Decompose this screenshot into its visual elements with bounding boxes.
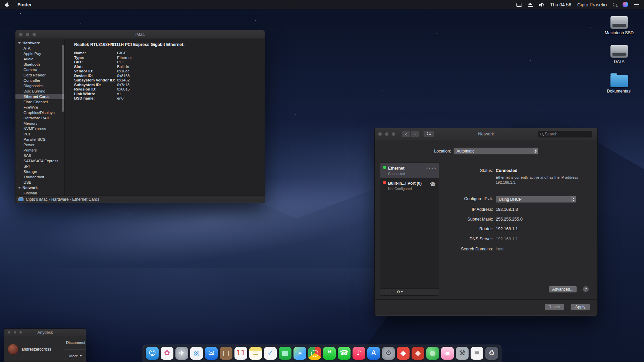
dock-app-icon[interactable]: 11 (234, 347, 247, 360)
back-button[interactable]: ‹ (401, 130, 411, 137)
eject-icon[interactable] (528, 3, 533, 7)
dock-item-finder[interactable]: ☺ (146, 347, 159, 360)
dock-app-icon[interactable]: ≡ (249, 347, 262, 360)
disclosure-triangle-icon[interactable] (18, 42, 21, 44)
sidebar-item-controller[interactable]: Controller (15, 78, 64, 83)
dock-app-icon[interactable]: ✉ (205, 347, 218, 360)
close-button[interactable] (19, 33, 23, 37)
dock-item-contacts[interactable]: ▤ (219, 347, 233, 360)
disconnect-button[interactable]: Disconnect (65, 336, 86, 350)
desktop-icon-macintosh-ssd[interactable]: Macintosh SSD (599, 16, 639, 35)
sidebar-item-hardware-raid[interactable]: Hardware RAID (15, 115, 64, 121)
minimize-button[interactable] (385, 132, 389, 136)
zoom-button[interactable] (32, 33, 36, 37)
sidebar-item-apple-pay[interactable]: Apple Pay (15, 51, 64, 56)
sidebar-item-printers[interactable]: Printers (15, 147, 64, 153)
display-status-icon[interactable] (516, 3, 522, 7)
close-button[interactable] (8, 331, 11, 334)
configure-ipv4-dropdown[interactable]: Using DHCP (496, 196, 576, 203)
sidebar-item-ata[interactable]: ATA (15, 46, 64, 51)
sidebar-section-network[interactable]: Network (15, 185, 64, 190)
dock-app-icon[interactable]: ▣ (441, 347, 454, 360)
advanced-button[interactable]: Advanced... (549, 286, 577, 293)
help-button[interactable]: ? (583, 286, 589, 292)
sidebar-section-hardware[interactable]: Hardware (15, 40, 64, 46)
dock-item-facetime[interactable]: ☎ (337, 347, 351, 360)
dock-item-textedit[interactable]: ≣ (470, 347, 484, 360)
dock-app-icon[interactable]: ♪ (353, 347, 365, 360)
dock-app-icon[interactable]: ▦ (279, 347, 291, 360)
sidebar-item-sata[interactable]: SATA/SATA Express (15, 158, 64, 164)
sidebar-item-spi[interactable]: SPI (15, 164, 64, 169)
dock-app-icon[interactable]: ◆ (397, 347, 410, 360)
spotlight-search-icon[interactable] (613, 3, 616, 6)
dock-app-icon[interactable]: ✓ (264, 347, 277, 360)
sidebar-item-bluetooth[interactable]: Bluetooth (15, 62, 64, 67)
desktop-icon-data[interactable]: DATA (599, 45, 639, 64)
dock-item-notes[interactable]: ≡ (249, 347, 262, 360)
forward-button[interactable]: › (411, 130, 420, 137)
sidebar-item-pci[interactable]: PCI (15, 131, 64, 137)
sidebar-item-diagnostics[interactable]: Diagnostics (15, 83, 64, 88)
dock-item-launchpad[interactable]: ✈ (175, 347, 189, 360)
dock-app-icon[interactable]: ☎ (338, 347, 351, 360)
more-button[interactable]: More (65, 350, 86, 362)
location-dropdown[interactable]: Automatic (453, 147, 538, 155)
dock-app-icon[interactable]: ♻ (485, 347, 498, 360)
sidebar-item-storage[interactable]: Storage (15, 169, 64, 174)
dock-app-icon[interactable]: ✿ (161, 347, 173, 360)
dock-item-mail[interactable]: ✉ (205, 347, 218, 360)
desktop-icon-dokumentasi[interactable]: Dokumentasi (599, 74, 639, 94)
sidebar-item-card-reader[interactable]: Card Reader (15, 72, 64, 78)
show-all-button[interactable] (423, 130, 434, 137)
dock-item-chrome[interactable]: ◯ (308, 347, 321, 360)
dock-item-reminders[interactable]: ✓ (264, 347, 277, 360)
revert-button[interactable]: Revert (545, 304, 564, 310)
service-item-builtin-port[interactable]: Built-in...l Port (0) Not Configured ☎ (380, 178, 439, 193)
dock-item-music[interactable]: ♪ (352, 347, 366, 360)
dock-item-red-app-1[interactable]: ◆ (396, 347, 410, 360)
service-item-ethernet[interactable]: Ethernet Connected <···> (380, 163, 439, 178)
service-action-button[interactable]: ⚙ (396, 289, 403, 295)
dock-app-icon[interactable]: ◎ (190, 347, 203, 360)
menu-user-name[interactable]: Cipto Prasetio (577, 2, 607, 7)
sidebar-item-power[interactable]: Power (15, 142, 64, 147)
dock-item-trash[interactable]: ♻ (485, 347, 498, 360)
dock-app-icon[interactable]: ✈ (175, 347, 188, 360)
dock-item-safari[interactable]: ◎ (190, 347, 203, 360)
dock-item-red-app-2[interactable]: ◆ (411, 347, 425, 360)
sidebar-item-firewire[interactable]: FireWire (15, 105, 64, 110)
sidebar-item-disc-burning[interactable]: Disc Burning (15, 88, 64, 94)
dock-app-icon[interactable]: ⚙ (382, 347, 395, 360)
dock-app-icon[interactable]: ● (426, 347, 439, 360)
scrollbar-thumb[interactable] (62, 45, 64, 112)
sidebar-item-sas[interactable]: SAS (15, 153, 64, 158)
window-titlebar[interactable]: Anydesk (4, 329, 86, 336)
apple-menu-icon[interactable] (5, 2, 10, 7)
sidebar-item-firewall[interactable]: Firewall (15, 190, 64, 195)
sidebar-item-graphics-displays[interactable]: Graphics/Displays (15, 110, 64, 115)
disclosure-triangle-icon[interactable] (18, 187, 21, 189)
dock-item-maps[interactable]: ➢ (293, 347, 307, 360)
minimize-button[interactable] (25, 33, 30, 37)
sidebar-item-fibre-channel[interactable]: Fibre Channel (15, 99, 64, 105)
dock-item-green-sphere-app[interactable]: ● (426, 347, 439, 360)
zoom-button[interactable] (19, 331, 22, 334)
search-field[interactable] (538, 131, 592, 137)
add-service-button[interactable]: + (382, 289, 388, 295)
volume-icon[interactable] (539, 3, 544, 7)
notification-center-icon[interactable] (634, 3, 639, 6)
dock-app-icon[interactable]: ◯ (308, 347, 321, 360)
dock-item-utility-app[interactable]: ⚒ (455, 347, 469, 360)
dock-app-icon[interactable]: ▤ (220, 347, 232, 360)
sidebar-item-memory[interactable]: Memory (15, 121, 64, 126)
dock-item-calendar[interactable]: 11 (234, 347, 248, 360)
zoom-button[interactable] (391, 132, 395, 136)
siri-icon[interactable] (623, 2, 628, 7)
dock-item-app-store[interactable]: A (367, 347, 380, 360)
dock-app-icon[interactable]: ❝ (323, 347, 336, 360)
dock-item-photos[interactable]: ✿ (160, 347, 174, 360)
close-button[interactable] (378, 132, 382, 136)
sidebar-item-usb[interactable]: USB (15, 180, 64, 185)
sidebar-item-audio[interactable]: Audio (15, 56, 64, 62)
